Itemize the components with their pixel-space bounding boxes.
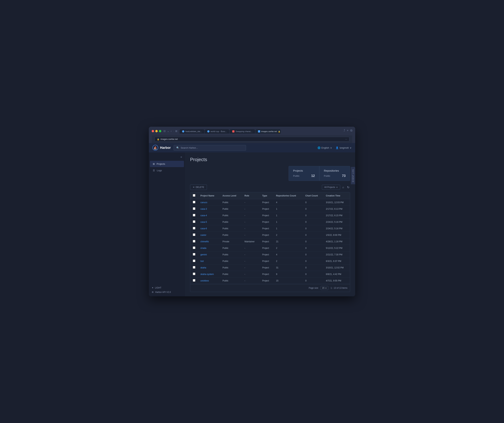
projects-table: Project Name Access Level Role Type Repo… [190, 192, 350, 284]
tab-label-1: feat(validate_dat... [185, 130, 202, 133]
cell-created-10: 3/10/21, 12:02 PM [323, 264, 350, 271]
cell-role-0: - [242, 199, 260, 206]
project-link-3[interactable]: casa-5 [200, 221, 207, 223]
tab-label-3: Swapping charac... [235, 130, 252, 133]
search-button[interactable]: ⌕ [342, 185, 345, 190]
row-checkbox-0[interactable] [193, 201, 195, 203]
sidebar-item-logs[interactable]: ☰ Logs [150, 167, 184, 174]
projects-stat-label: Public [293, 175, 300, 177]
filter-label: All Projects [324, 186, 335, 189]
row-checkbox-5[interactable] [193, 233, 195, 236]
row-checkbox-2[interactable] [193, 214, 195, 216]
tab-label-4: images.canfar.net [261, 130, 277, 133]
browser-addressbar: 🔒 images.canfar.net ··· [152, 135, 352, 143]
chevron-down-icon: ∨ [350, 147, 352, 149]
maximize-button[interactable] [159, 130, 161, 132]
row-checkbox-cell [190, 277, 198, 284]
cell-type-3: Project [260, 219, 273, 225]
sidebar-collapse-button[interactable]: « [149, 154, 185, 160]
cell-repos-11: 9 [274, 271, 303, 277]
cell-role-7: - [242, 245, 260, 251]
browser-tab-2[interactable]: world cup - Busc... [205, 129, 229, 134]
project-link-7[interactable]: cirada [200, 247, 206, 249]
row-checkbox-cell [190, 206, 198, 212]
projects-stat-card: Projects Public 12 [288, 166, 319, 181]
pagination-info: 1 - 13 of 13 items [330, 287, 348, 289]
page-size-value: 15 [322, 287, 324, 289]
row-checkbox-12[interactable] [193, 279, 195, 282]
row-checkbox-10[interactable] [193, 266, 195, 269]
address-bar[interactable]: 🔒 images.canfar.net ··· [155, 137, 349, 141]
cell-role-2: - [242, 212, 260, 219]
event-log-tab[interactable]: EVENT LOG [351, 167, 355, 184]
repos-stat-card: Repositories Public 73 [319, 166, 350, 181]
chevron-down-icon: ∨ [330, 147, 332, 149]
browser-tab-4[interactable]: images.canfar.net 🔒 [255, 129, 281, 134]
language-selector[interactable]: 🌐 English ∨ [318, 147, 332, 149]
project-link-6[interactable]: chimefrb [200, 240, 209, 243]
row-checkbox-cell [190, 232, 198, 238]
close-button[interactable] [152, 130, 154, 132]
page-size-select[interactable]: 15 ∨ [320, 286, 328, 290]
forward-icon[interactable]: › [173, 129, 174, 133]
cell-created-6: 4/28/21, 1:16 PM [323, 238, 350, 245]
row-checkbox-8[interactable] [193, 253, 195, 256]
delete-button[interactable]: ✕ DELETE [190, 184, 207, 190]
project-link-12[interactable]: uvickbos [200, 279, 209, 282]
browser-tab-3[interactable]: Swapping charac... [230, 129, 255, 134]
select-all-cell [190, 192, 198, 199]
theme-toggle[interactable]: ✦ LIGHT [152, 287, 182, 289]
row-checkbox-9[interactable] [193, 259, 195, 262]
row-checkbox-11[interactable] [193, 273, 195, 275]
windows-icon[interactable]: ⧉ [350, 129, 352, 132]
filter-select[interactable]: All Projects ∨ [322, 185, 340, 190]
api-link[interactable]: ⚙ Harbor API V2.0 [152, 291, 182, 294]
cell-charts-3: 0 [303, 219, 323, 225]
chevron-down-icon: ∨ [325, 287, 327, 289]
project-link-11[interactable]: skaha-system [200, 273, 214, 276]
user-menu[interactable]: 👤 tzegmott ∨ [336, 147, 352, 149]
project-link-5[interactable]: castor [200, 234, 206, 236]
project-link-1[interactable]: casa-3 [200, 208, 207, 210]
back-icon[interactable]: ‹ [171, 129, 172, 133]
tab-favicon-2 [207, 130, 210, 133]
cell-access-11: Public [220, 271, 242, 277]
project-link-10[interactable]: skaha [200, 266, 206, 269]
project-link-4[interactable]: casa-6 [200, 227, 207, 230]
project-link-2[interactable]: casa-4 [200, 214, 207, 217]
stats-row: Projects Public 12 Repositories Public 7… [190, 166, 350, 181]
select-all-checkbox[interactable] [193, 194, 195, 197]
row-checkbox-3[interactable] [193, 220, 195, 223]
cell-repos-4: 1 [274, 225, 303, 232]
chevron-down-icon[interactable]: ⌄ [167, 129, 169, 133]
cell-repos-12: 15 [274, 277, 303, 284]
main-content: Projects Projects Public 12 Repositories… [185, 153, 355, 296]
sidebar-projects-label: Projects [156, 163, 165, 165]
refresh-button[interactable]: ↻ [346, 185, 350, 190]
project-link-8[interactable]: gemini [200, 253, 207, 256]
cell-created-12: 4/7/21, 9:55 PM [323, 277, 350, 284]
browser-tab-1[interactable]: feat(validate_dat... [180, 129, 204, 134]
row-checkbox-7[interactable] [193, 246, 195, 249]
minimize-button[interactable] [155, 130, 158, 132]
cell-access-0: Public [220, 199, 242, 206]
cell-repos-8: 4 [274, 251, 303, 258]
language-label: English [322, 147, 329, 149]
row-checkbox-1[interactable] [193, 207, 195, 210]
project-link-0[interactable]: canucs [200, 201, 207, 204]
project-link-9[interactable]: lsst [200, 260, 204, 263]
cell-charts-1: 0 [303, 206, 323, 212]
username-label: tzegmott [340, 147, 349, 149]
search-box[interactable]: 🔍 Search Harbor... [174, 145, 246, 151]
grid-icon[interactable]: ⊞ [175, 129, 177, 133]
sidebar-item-projects[interactable]: ⊞ Projects [150, 161, 184, 167]
app-name: Harbor [160, 146, 171, 150]
row-checkbox-cell [190, 251, 198, 258]
new-tab-icon[interactable]: + [347, 129, 348, 132]
cell-project-name-4: casa-6 [198, 225, 220, 232]
row-checkbox-6[interactable] [193, 240, 195, 243]
row-checkbox-4[interactable] [193, 227, 195, 229]
share-icon[interactable]: ⤴ [344, 129, 345, 132]
cell-project-name-8: gemini [198, 251, 220, 258]
sidebar-toggle-icon[interactable]: ⊟ [163, 129, 166, 133]
